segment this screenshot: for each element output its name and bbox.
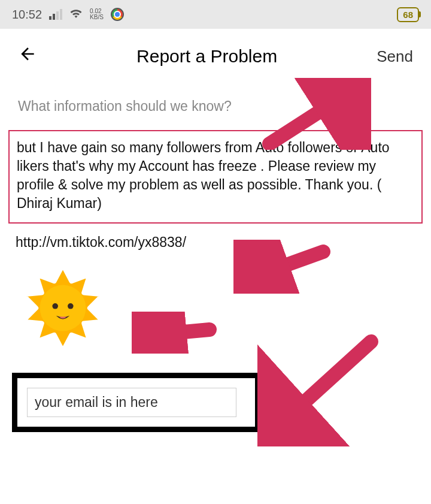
back-button[interactable]: [18, 44, 37, 68]
status-bar: 10:52 0.02 KB/S 68: [0, 0, 431, 29]
attachment-thumbnail[interactable]: [12, 260, 114, 356]
clock: 10:52: [12, 8, 42, 22]
chrome-icon: [111, 8, 124, 21]
battery-indicator: 68: [397, 7, 419, 22]
annotation-arrow-icon: [257, 333, 383, 446]
svg-point-0: [40, 285, 86, 331]
data-speed: 0.02 KB/S: [90, 8, 104, 20]
sun-sticker-icon: [15, 260, 111, 356]
message-textarea[interactable]: but I have gain so many followers from A…: [8, 130, 423, 224]
prompt-label: What information should we know?: [0, 84, 431, 125]
cellular-signal-icon: [49, 9, 62, 20]
svg-point-1: [52, 303, 58, 309]
email-field[interactable]: your email is in here: [27, 388, 236, 417]
url-display: http://vm.tiktok.com/yx8838/: [0, 224, 431, 251]
send-button[interactable]: Send: [377, 47, 413, 66]
email-field-highlight: your email is in here: [12, 373, 260, 432]
page-title: Report a Problem: [136, 46, 277, 67]
wifi-icon: [69, 8, 83, 22]
status-left: 10:52 0.02 KB/S: [12, 8, 124, 22]
svg-point-2: [68, 303, 74, 309]
header: Report a Problem Send: [0, 29, 431, 84]
annotation-arrow-icon: [132, 312, 221, 354]
